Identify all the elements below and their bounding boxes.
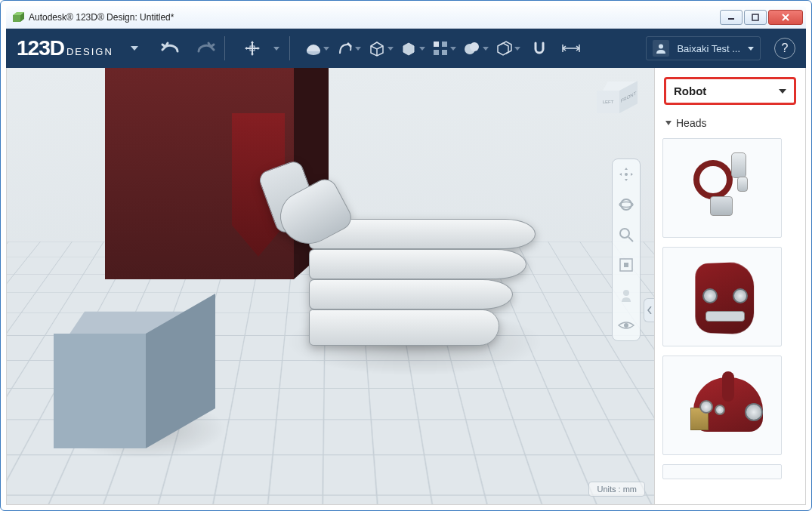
svg-point-20 [621,199,631,210]
model-primitive-cube[interactable] [67,308,196,444]
svg-point-14 [470,42,479,51]
maximize-button[interactable] [744,10,767,25]
close-button[interactable] [768,10,803,25]
avatar-icon [653,40,669,57]
svg-rect-10 [442,42,447,47]
titlebar[interactable]: Autodesk® 123D® Design: Untitled* [6,6,806,29]
app-logo: 123D DESIGN [17,36,113,60]
section-label: Heads [676,117,706,129]
main-toolbar: 123D DESIGN [6,29,806,68]
zoom-tool[interactable] [617,226,635,244]
logo-sub: DESIGN [66,46,113,57]
svg-rect-11 [434,50,439,55]
workspace: LEFT FRONT Units : mm Robot Heads [6,68,806,505]
panel-collapse-handle[interactable] [644,298,654,322]
look-tool[interactable] [617,286,635,304]
move-dropdown-icon[interactable] [273,47,279,51]
fit-tool[interactable] [617,256,635,274]
modify-tool[interactable] [402,38,423,59]
orbit-tool[interactable] [617,195,635,214]
redo-button[interactable] [193,38,215,59]
window-title: Autodesk® 123D® Design: Untitled* [29,12,718,23]
user-name: Baixaki Test ... [677,43,740,54]
measure-tool[interactable] [560,38,582,59]
logo-main: 123D [17,36,64,60]
model-robot-hand[interactable] [286,166,536,377]
section-heads[interactable]: Heads [655,111,805,135]
viewcube-left-face[interactable]: LEFT [597,91,619,113]
combine-tool[interactable] [497,38,518,59]
svg-rect-4 [752,14,758,20]
part-thumbnail[interactable] [662,138,782,238]
svg-rect-25 [624,263,628,267]
view-cube[interactable]: LEFT FRONT [597,82,641,119]
move-tool[interactable] [242,38,263,59]
svg-point-22 [620,229,629,238]
part-thumbnail[interactable] [662,247,782,346]
user-menu[interactable]: Baixaki Test ... [646,36,761,60]
category-label: Robot [674,85,706,97]
primitive-tool[interactable] [307,38,328,59]
svg-rect-9 [434,42,439,47]
pan-tool[interactable] [617,165,635,183]
user-dropdown-icon [748,47,754,51]
part-thumbnail[interactable] [662,464,782,479]
grouping-tool[interactable] [465,38,486,59]
svg-rect-12 [442,50,447,55]
app-window: Autodesk® 123D® Design: Untitled* 123D D… [0,0,812,511]
visibility-tool[interactable] [617,316,635,334]
viewport-3d[interactable]: LEFT FRONT Units : mm [7,68,654,504]
navigation-bar [612,159,641,341]
construct-tool[interactable] [370,38,391,59]
units-indicator[interactable]: Units : mm [588,482,645,497]
svg-point-19 [625,173,628,176]
category-selector[interactable]: Robot [664,77,796,105]
snap-tool[interactable] [529,38,550,59]
minimize-button[interactable] [720,10,743,25]
svg-point-26 [623,290,629,296]
help-button[interactable]: ? [774,38,795,59]
app-icon [12,11,24,23]
svg-line-23 [628,237,633,242]
app-menu-button[interactable] [124,38,145,59]
svg-rect-0 [13,15,20,22]
parts-panel: Robot Heads [654,68,805,504]
parts-list[interactable] [655,135,804,504]
part-thumbnail[interactable] [662,356,782,455]
window-controls [718,10,803,25]
undo-button[interactable] [162,38,183,59]
chevron-down-icon [779,89,786,94]
sketch-tool[interactable] [338,38,360,59]
pattern-tool[interactable] [434,38,455,59]
svg-point-27 [624,323,628,328]
svg-point-18 [659,45,663,49]
